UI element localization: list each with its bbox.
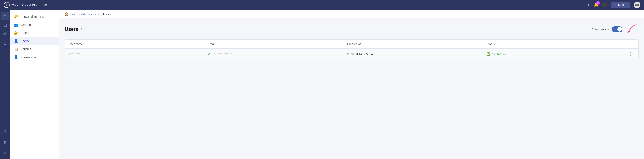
key-icon: 🔑 xyxy=(14,15,18,19)
sidebar-item-roles[interactable]: 🔐 Roles xyxy=(10,29,59,37)
cell-email: ✔ o ••••••••••••••• t xyxy=(208,52,347,56)
status-value: ACTIVATED xyxy=(492,52,506,55)
email-value: o ••••••••••••••• t xyxy=(212,52,234,55)
users-table: User name Email Created at Status c ••••… xyxy=(65,39,638,59)
home-breadcrumb-icon[interactable]: 🏠 xyxy=(65,12,68,16)
avatar[interactable]: OD xyxy=(634,2,640,8)
table-row: c •••••••• ✔ o ••••••••••••••• t 2023-03… xyxy=(65,49,638,59)
cell-username: c •••••••• xyxy=(68,52,208,55)
col-username: User name xyxy=(68,42,208,46)
sidebar-icon-person[interactable]: ⚉ xyxy=(1,138,9,146)
sidebar-item-label: Personal Tokens xyxy=(20,15,44,19)
sidebar-icon-chart[interactable]: △ xyxy=(1,39,9,47)
permissions-icon: 👤 xyxy=(14,55,18,59)
user-count-badge: 1 xyxy=(80,28,82,31)
breadcrumb-sep-2: › xyxy=(101,12,102,16)
sidebar-item-users[interactable]: 👤 Users xyxy=(10,37,59,45)
breadcrumb: 🏠 › Access Management › Users xyxy=(59,10,644,18)
topnav-actions: ✦ 🔔 2 ⬛ Umbrella1 OD xyxy=(586,2,640,8)
arrow-annotation xyxy=(625,24,638,35)
admin-users-toggle[interactable] xyxy=(612,26,622,32)
email-verified-icon: ✔ xyxy=(208,52,210,56)
roles-icon: 🔐 xyxy=(14,31,18,35)
app-brand: Omilia Cloud Platform® xyxy=(4,2,47,8)
sidebar-item-personal-tokens[interactable]: 🔑 Personal Tokens xyxy=(10,13,59,21)
breadcrumb-sep-1: › xyxy=(70,12,71,16)
page-header: Users 1 Admin users xyxy=(65,24,638,35)
table-header: User name Email Created at Status xyxy=(65,40,638,49)
col-status: Status xyxy=(486,42,626,46)
breadcrumb-access-management[interactable]: Access Management xyxy=(72,12,99,16)
row-actions-button[interactable]: ⋮ xyxy=(626,51,635,56)
sidebar-icon-bulb[interactable]: ☀ xyxy=(1,149,9,157)
policies-icon: 📋 xyxy=(14,47,18,51)
sidebar-item-groups[interactable]: 👥 Groups xyxy=(10,21,59,29)
sidebar-icon-grid[interactable]: ⊞ xyxy=(1,48,9,56)
activated-icon: ✅ xyxy=(486,52,490,56)
sidebar-icon-home[interactable]: ⌂ xyxy=(1,12,9,20)
toggle-knob xyxy=(617,27,622,32)
sidebar-item-policies[interactable]: 📋 Policies xyxy=(10,45,59,53)
workspace-selector[interactable]: Umbrella1 xyxy=(610,3,630,8)
page-title: Users xyxy=(65,26,78,32)
sidebar-icon-layers[interactable]: ◫ xyxy=(1,21,9,29)
layout-icon[interactable]: ⬛ xyxy=(602,3,607,8)
page-title-area: Users 1 xyxy=(65,26,82,32)
topnav: Omilia Cloud Platform® ✦ 🔔 2 ⬛ Umbrella1… xyxy=(0,0,644,10)
nav-sidebar: 🔑 Personal Tokens 👥 Groups 🔐 Roles 👤 Use… xyxy=(10,10,59,159)
breadcrumb-current: Users xyxy=(103,12,111,16)
col-created-at: Created at xyxy=(347,42,486,46)
sidebar-item-label: Roles xyxy=(20,31,28,35)
main-layout: ⌂ ◫ ☏ △ ⊞ ⚇ ⚉ ☀ 🔑 Personal Tokens 👥 Grou… xyxy=(0,10,644,159)
status-badge: ✅ ACTIVATED xyxy=(486,52,626,56)
users-icon: 👤 xyxy=(14,39,18,43)
groups-icon: 👥 xyxy=(14,23,18,27)
sidebar-icon-people[interactable]: ⚇ xyxy=(1,127,9,136)
col-email: Email xyxy=(208,42,347,46)
sidebar-item-label: Users xyxy=(20,39,29,43)
sidebar-item-label: Groups xyxy=(20,23,31,27)
col-actions xyxy=(626,42,635,46)
sidebar-item-label: Permissions xyxy=(20,55,38,59)
notification-badge: 2 xyxy=(596,1,600,5)
icon-sidebar: ⌂ ◫ ☏ △ ⊞ ⚇ ⚉ ☀ xyxy=(0,10,10,159)
cell-created-at: 2023-03-14 18:25:45 xyxy=(347,52,486,56)
sidebar-item-label: Policies xyxy=(20,47,31,51)
cell-status: ✅ ACTIVATED xyxy=(486,52,626,56)
notifications-icon[interactable]: 🔔 2 xyxy=(594,3,598,8)
admin-toggle-area: Admin users xyxy=(592,24,638,35)
admin-users-label: Admin users xyxy=(592,28,609,31)
username-value: c •••••••• xyxy=(68,52,80,55)
omilia-logo xyxy=(4,2,10,8)
sidebar-item-permissions[interactable]: 👤 Permissions xyxy=(10,53,59,61)
sidebar-icon-phone[interactable]: ☏ xyxy=(1,30,9,38)
main-content: 🏠 › Access Management › Users Users 1 Ad… xyxy=(59,10,644,159)
app-title: Omilia Cloud Platform® xyxy=(12,3,47,7)
content-area: Users 1 Admin users xyxy=(59,18,644,159)
settings-icon[interactable]: ✦ xyxy=(586,3,590,8)
